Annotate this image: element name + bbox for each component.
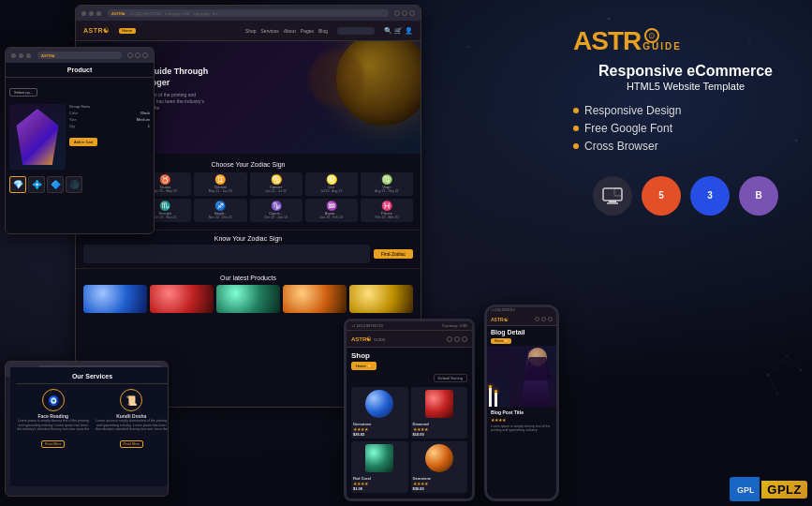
services-divider (16, 383, 169, 384)
thumb-3[interactable]: 🔷 (47, 176, 64, 193)
phone-filter-wrap: Home 🔽 (487, 337, 556, 346)
thumb-2[interactable]: 💠 (28, 176, 45, 193)
tablet-gem-orange (425, 444, 453, 472)
gplz-logo-icon: GPL (735, 480, 754, 499)
candle-body-1 (489, 388, 492, 407)
tablet-sort-dropdown[interactable]: Default Sorting (434, 374, 467, 382)
zodiac-virgo[interactable]: ♍ Virgo Aug 23 - Sep 22 (361, 172, 413, 196)
nav-about[interactable]: About (284, 28, 296, 34)
tablet-diamond-info: Diamond ★★★★ $10.00 (411, 420, 468, 439)
gplz-watermark: GPL GPLZ (730, 477, 807, 501)
tablet-nav: ASTR☯ GUIDE (347, 331, 472, 348)
face-reading-btn[interactable]: Read More (41, 440, 65, 448)
product-select-btn[interactable]: Select op... (9, 88, 37, 97)
product-layout: Group Sizes Color Black Size Medium Qty … (6, 100, 154, 173)
product-detail-row-3: Qty 1 (69, 124, 150, 128)
know-zodiac-section: Know Your Zodiac Sign Find Zodiac (76, 230, 421, 268)
nav-services[interactable]: Services (261, 28, 279, 34)
thumb-1[interactable]: 💎 (9, 176, 26, 193)
feature-cross-browser: Cross Browser (573, 140, 798, 153)
tablet-icon-2 (454, 336, 460, 342)
services-mini-grid: 🧿 Face Reading Lorem ipsum is simply dum… (16, 389, 169, 449)
tablet-icon-3 (462, 336, 467, 342)
product-heading: Responsive eCommerce HTML5 Website Templ… (573, 62, 798, 95)
zodiac-cancer[interactable]: ♋ Cancer Jun 21 - Jul 22 (250, 172, 303, 196)
phone-nav-icons (535, 317, 553, 321)
main-dot-1 (81, 11, 86, 16)
face-reading-icon: 🧿 (42, 389, 65, 411)
zodiac-leo[interactable]: ♌ Leo Jul 23 - Aug 22 (305, 172, 358, 196)
crystal-gem (17, 109, 59, 165)
zodiac-capricorn[interactable]: ♑ Capric... Dec 22 - Jan 19 (250, 199, 303, 222)
product-select-btn-wrap: Select op... (6, 78, 154, 100)
tablet-product-gemstone[interactable]: Gemstone ★★★★ $36.83 (351, 387, 408, 439)
aquarius-dates: Jan 20 - Feb 18 (307, 216, 356, 219)
nav-pages[interactable]: Pages (301, 28, 314, 34)
feature-label-responsive: Responsive Design (584, 104, 681, 117)
tablet-product-redcoral[interactable]: Red Coral ★★★★ $1.00 (351, 441, 408, 493)
thumb-4[interactable]: 🌑 (66, 176, 82, 193)
gem-orange (283, 285, 347, 313)
svg-rect-27 (603, 188, 622, 201)
brand-name-astro: ASTR (573, 28, 641, 54)
zodiac-input-field[interactable] (83, 245, 370, 263)
nav-shop[interactable]: Shop (245, 28, 257, 34)
kundli-desc: Lorem ipsum is simply dummy text of the … (95, 419, 170, 432)
tablet-gemstone-img (351, 387, 408, 420)
zodiac-pisces[interactable]: ♓ Pisces Feb 19 - Mar 20 (361, 199, 413, 222)
product-thumb-2[interactable] (150, 285, 214, 313)
zodiac-gemini[interactable]: ♊ Gemini May 21 - Jun 20 (194, 172, 246, 196)
badge-css3: 3 (690, 176, 730, 216)
zodiac-aquarius[interactable]: ♒ Aquar... Jan 20 - Feb 18 (305, 199, 358, 222)
product-thumb-5[interactable] (349, 285, 413, 313)
phone-screen: +1 (555) 88765710 ASTR☯ Blog Detail Home… (487, 307, 556, 499)
main-browser-bar: ASTR☯ +1 (555) 88765710 Currency: USD La… (76, 6, 421, 21)
product-thumbnails: 💎 💠 🔷 🌑 (6, 173, 154, 196)
product-thumb-4[interactable] (283, 285, 347, 313)
product-thumb-3[interactable] (216, 285, 280, 313)
face-reading-desc: Lorem ipsum is simply dummy text of the … (16, 419, 91, 432)
nav-cart-icon[interactable]: 🛒 (394, 27, 403, 35)
nav-home-btn[interactable]: Home (119, 28, 136, 34)
main-nav-icon-2 (402, 10, 407, 16)
zodiac-sagittarius[interactable]: ♐ Sagitt... Nov 22 - Dec 21 (194, 199, 246, 222)
phone-blog-post-title: Blog Post Title (491, 409, 553, 415)
phone-logo: ASTR☯ (491, 317, 508, 322)
tech-badges: 5 3 B (573, 176, 798, 216)
tablet-sort-wrap: Default Sorting (347, 372, 472, 384)
main-container: ASTR☯ Product Select op... (0, 0, 812, 506)
tablet-product-diamond[interactable]: Diamond ★★★★ $10.00 (411, 387, 468, 439)
product-heading-ecommerce: Responsive eCommerce (573, 62, 798, 80)
phone-blog-title: Blog Detail (487, 326, 556, 337)
planet-glow (308, 51, 364, 107)
kundli-btn[interactable]: Read More (120, 440, 143, 448)
aquarius-symbol: ♒ (307, 201, 356, 211)
tablet-logo: ASTR☯ GUIDE (351, 335, 386, 342)
tablet-home-filter[interactable]: Home 🔽 (351, 362, 376, 370)
tablet-gem-red (425, 390, 453, 418)
compass-icon: ⊙ (648, 31, 656, 40)
nav-search-bar[interactable] (337, 27, 375, 35)
service-mini-kundli: 📜 Kundli Dosha Lorem ipsum is simply dum… (95, 389, 170, 449)
tablet-product-4[interactable]: Gemstone ★★★★ $36.83 (411, 441, 468, 493)
browser-dot-3 (26, 53, 31, 58)
products-section: Our latest Products (76, 268, 421, 319)
mockups-section: ASTR☯ Product Select op... (0, 0, 568, 506)
add-to-cart-btn[interactable]: Add to Cart (69, 138, 97, 146)
pisces-symbol: ♓ (362, 201, 411, 211)
nav-search-icon[interactable]: 🔍 (384, 27, 392, 35)
virgo-symbol: ♍ (362, 175, 411, 185)
feature-label-browser: Cross Browser (584, 140, 658, 153)
nav-blog[interactable]: Blog (318, 28, 328, 34)
product-thumb-1[interactable] (83, 285, 147, 313)
services-browser-window: ASTR☯ Our Services 🧿 Face Reading Lorem … (5, 361, 169, 497)
nav-user-icon[interactable]: 👤 (405, 27, 413, 35)
gem-teal (216, 285, 280, 313)
main-browser-url: ASTR☯ +1 (555) 88765710 Currency: USD La… (108, 9, 389, 17)
gem-red (150, 285, 214, 313)
badge-bootstrap: B (739, 176, 778, 216)
product-detail-row-1: Color Black (69, 111, 150, 115)
tablet-gem-teal (365, 444, 393, 472)
find-zodiac-btn[interactable]: Find Zodiac (374, 249, 413, 259)
phone-home-filter[interactable]: Home 🔽 (491, 338, 511, 344)
